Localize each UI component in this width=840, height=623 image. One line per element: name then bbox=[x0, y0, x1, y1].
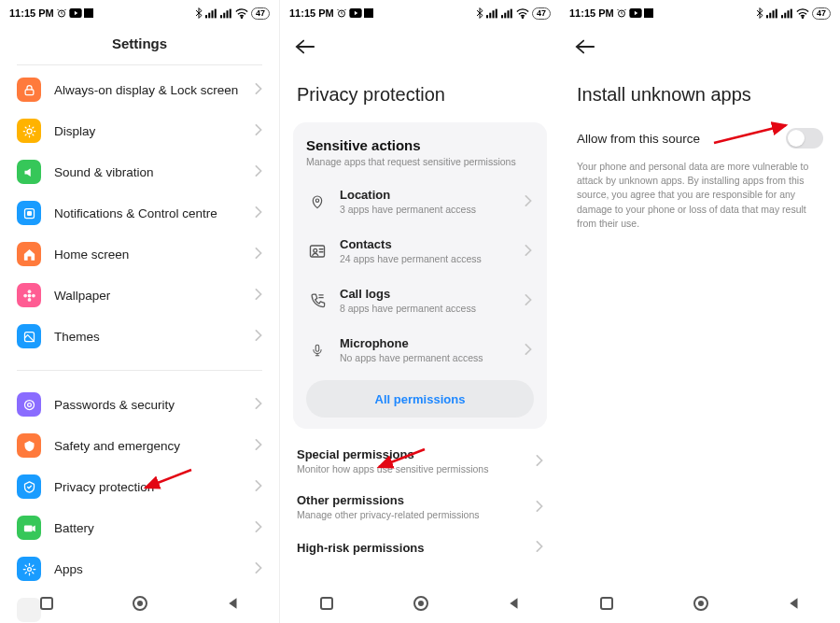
more-permission-label: High-risk permissions bbox=[297, 541, 425, 555]
wifi-icon bbox=[796, 8, 809, 19]
wifi-icon bbox=[235, 8, 248, 19]
settings-item-label: Passwords & security bbox=[54, 398, 175, 412]
page-title: Settings bbox=[0, 26, 279, 64]
settings-item[interactable]: Privacy protection bbox=[0, 466, 279, 507]
settings-item-label: Themes bbox=[54, 330, 100, 344]
settings-item[interactable]: Home screen bbox=[0, 234, 279, 275]
alarm-icon bbox=[336, 7, 347, 19]
more-permission-item[interactable]: High-risk permissions bbox=[297, 530, 543, 565]
chevron-right-icon bbox=[255, 248, 262, 262]
svg-point-16 bbox=[27, 290, 31, 293]
chevron-right-icon bbox=[255, 398, 262, 412]
svg-point-15 bbox=[27, 293, 31, 297]
theme-icon bbox=[17, 324, 41, 348]
svg-point-22 bbox=[24, 400, 34, 409]
allow-source-label: Allow from this source bbox=[577, 132, 700, 146]
permission-item[interactable]: Call logs8 apps have permanent access bbox=[306, 276, 534, 325]
chevron-right-icon bbox=[255, 124, 262, 138]
settings-item-label: Home screen bbox=[54, 248, 129, 262]
settings-item[interactable]: Passwords & security bbox=[0, 384, 279, 425]
nav-bar bbox=[0, 588, 279, 623]
settings-item[interactable]: Battery bbox=[0, 507, 279, 548]
battery-icon: 47 bbox=[532, 7, 551, 20]
bluetooth-icon bbox=[195, 7, 203, 19]
more-permission-sub: Manage other privacy-related permissions bbox=[297, 509, 480, 520]
more-permission-label: Other permissions bbox=[297, 493, 480, 507]
svg-rect-57 bbox=[788, 10, 790, 18]
nav-back-icon[interactable] bbox=[227, 597, 240, 614]
location-icon bbox=[308, 193, 327, 210]
svg-rect-8 bbox=[223, 12, 225, 18]
phone-icon bbox=[308, 292, 327, 308]
chevron-right-icon bbox=[255, 521, 262, 535]
nav-recent-icon[interactable] bbox=[319, 596, 334, 615]
screen-install-unknown-apps: 11:15 PM 47 Install unknown apps Allow f… bbox=[560, 0, 840, 623]
status-bar: 11:15 PM 47 bbox=[560, 0, 840, 26]
settings-item-label: Notifications & Control centre bbox=[54, 206, 217, 220]
settings-item[interactable]: Display bbox=[0, 110, 279, 151]
bluetooth-icon bbox=[476, 7, 483, 19]
settings-item[interactable]: Sound & vibration bbox=[0, 151, 279, 192]
settings-item[interactable]: Safety and emergency bbox=[0, 425, 279, 466]
youtube-icon bbox=[629, 8, 642, 18]
permission-item[interactable]: Contacts24 apps have permanent access bbox=[306, 226, 534, 276]
svg-rect-35 bbox=[496, 8, 497, 18]
settings-item[interactable]: Apps bbox=[0, 548, 279, 589]
shield-icon bbox=[17, 474, 41, 499]
permission-sub: 3 apps have permanent access bbox=[340, 204, 476, 215]
nav-back-icon[interactable] bbox=[788, 597, 801, 614]
bluetooth-icon bbox=[756, 7, 763, 19]
more-permission-item[interactable]: Special permissionsMonitor how apps use … bbox=[297, 438, 543, 484]
svg-rect-52 bbox=[769, 12, 771, 18]
nav-recent-icon[interactable] bbox=[599, 596, 614, 615]
back-button[interactable] bbox=[575, 35, 597, 58]
settings-item-label: Wallpaper bbox=[54, 289, 110, 303]
nav-home-icon[interactable] bbox=[413, 595, 429, 616]
back-button[interactable] bbox=[295, 35, 317, 58]
camera-icon bbox=[17, 516, 41, 540]
all-permissions-label: All permissions bbox=[375, 392, 466, 406]
svg-point-21 bbox=[27, 403, 31, 406]
nav-home-icon[interactable] bbox=[693, 595, 709, 616]
svg-rect-36 bbox=[501, 15, 503, 18]
svg-point-18 bbox=[23, 293, 27, 297]
more-permission-label: Special permissions bbox=[297, 447, 488, 461]
permission-item[interactable]: Location3 apps have permanent access bbox=[306, 177, 534, 226]
settings-item[interactable]: Themes bbox=[0, 316, 279, 357]
signal-icon bbox=[501, 8, 513, 19]
chevron-right-icon bbox=[536, 539, 543, 556]
settings-item-label: Apps bbox=[54, 562, 83, 576]
square-icon bbox=[644, 8, 653, 18]
battery-icon: 47 bbox=[251, 7, 270, 20]
card-subtitle: Manage apps that request sensitive permi… bbox=[306, 156, 534, 167]
settings-item[interactable]: Always-on display & Lock screen bbox=[0, 69, 279, 110]
screen-privacy-protection: 11:15 PM 47 Privacy protection Sensitive… bbox=[280, 0, 560, 623]
svg-rect-60 bbox=[601, 598, 612, 609]
svg-rect-55 bbox=[781, 15, 783, 18]
settings-item-label: Safety and emergency bbox=[54, 439, 180, 453]
sun-icon bbox=[17, 119, 41, 143]
status-bar: 11:15 PM 47 bbox=[0, 0, 279, 26]
nav-recent-icon[interactable] bbox=[39, 596, 54, 615]
allow-source-toggle[interactable] bbox=[786, 128, 823, 149]
contacts-icon bbox=[308, 244, 327, 259]
square-icon bbox=[84, 8, 93, 18]
permission-item[interactable]: MicrophoneNo apps have permanent access bbox=[306, 325, 534, 375]
all-permissions-button[interactable]: All permissions bbox=[306, 380, 534, 418]
nav-home-icon[interactable] bbox=[132, 595, 148, 616]
svg-rect-10 bbox=[230, 8, 231, 18]
permission-sub: 24 apps have permanent access bbox=[340, 253, 482, 264]
settings-item[interactable]: Wallpaper bbox=[0, 275, 279, 316]
more-permission-item[interactable]: Other permissionsManage other privacy-re… bbox=[297, 484, 543, 530]
youtube-icon bbox=[349, 8, 362, 18]
nav-back-icon[interactable] bbox=[508, 597, 521, 614]
permission-label: Microphone bbox=[340, 336, 483, 350]
sensitive-actions-card: Sensitive actions Manage apps that reque… bbox=[293, 122, 547, 429]
settings-item[interactable]: Notifications & Control centre bbox=[0, 192, 279, 234]
svg-point-47 bbox=[418, 601, 424, 606]
chevron-right-icon bbox=[255, 480, 262, 494]
nav-bar bbox=[280, 588, 560, 623]
page-title: Privacy protection bbox=[280, 64, 560, 122]
svg-rect-6 bbox=[215, 8, 217, 18]
svg-rect-26 bbox=[41, 598, 52, 609]
